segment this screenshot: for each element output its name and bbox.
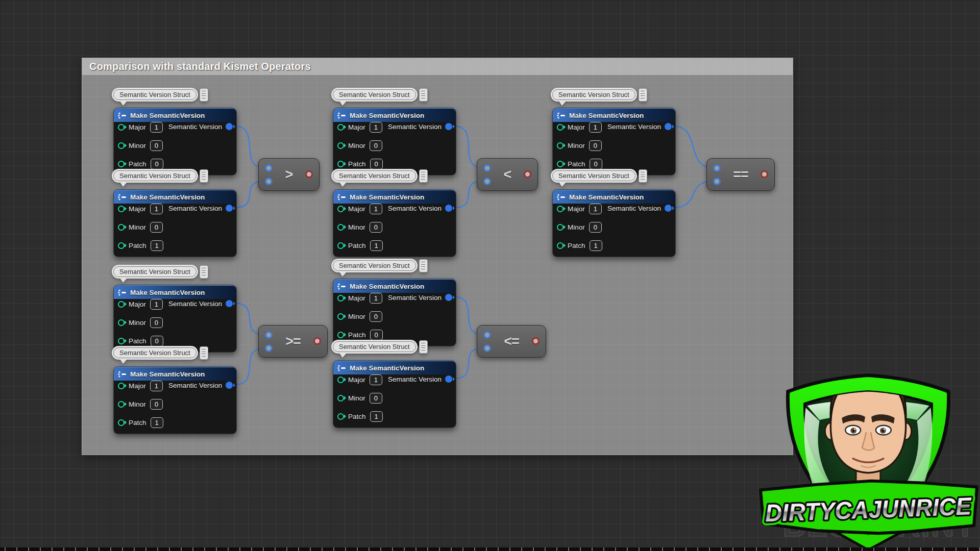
- make-semanticversion-node[interactable]: Make SemanticVersionMajor1Minor0Patch0Se…: [333, 279, 456, 346]
- bubble-pin-icon[interactable]: [639, 170, 647, 182]
- int-input-pin[interactable]: [337, 142, 344, 149]
- value-input[interactable]: 0: [370, 393, 382, 404]
- bubble-pin-icon[interactable]: [420, 170, 427, 182]
- value-input[interactable]: 0: [589, 222, 602, 233]
- comment-bubble[interactable]: Semantic Version Struct: [333, 259, 427, 272]
- int-input-pin[interactable]: [118, 224, 125, 231]
- int-input-pin[interactable]: [337, 395, 344, 402]
- value-input[interactable]: 0: [370, 222, 382, 233]
- value-input[interactable]: 1: [150, 299, 163, 310]
- struct-output-pin[interactable]: [226, 300, 233, 307]
- comment-bubble[interactable]: Semantic Version Struct: [113, 88, 208, 102]
- make-semanticversion-node[interactable]: Make SemanticVersionMajor1Minor0Patch1Se…: [333, 189, 456, 257]
- make-semanticversion-node[interactable]: Make SemanticVersionMajor1Minor0Patch0Se…: [113, 285, 237, 353]
- int-input-pin[interactable]: [557, 124, 564, 131]
- struct-output-pin[interactable]: [226, 382, 233, 389]
- int-input-pin[interactable]: [118, 142, 125, 149]
- operator-node-equal[interactable]: ==: [706, 158, 775, 191]
- bubble-pin-icon[interactable]: [200, 170, 208, 182]
- operator-node-greater[interactable]: >: [258, 158, 320, 191]
- comment-bubble[interactable]: Semantic Version Struct: [552, 88, 647, 102]
- struct-output-pin[interactable]: [445, 375, 452, 383]
- value-input[interactable]: 0: [150, 317, 163, 328]
- bubble-pin-icon[interactable]: [420, 341, 427, 353]
- value-input[interactable]: 0: [150, 399, 163, 410]
- value-input[interactable]: 0: [370, 140, 382, 151]
- int-input-pin[interactable]: [118, 383, 125, 389]
- value-input[interactable]: 1: [150, 204, 163, 214]
- comment-bubble[interactable]: Semantic Version Struct: [333, 340, 427, 354]
- value-input[interactable]: 0: [589, 140, 602, 151]
- comment-bubble[interactable]: Semantic Version Struct: [552, 169, 647, 183]
- value-input[interactable]: 0: [150, 140, 163, 151]
- int-input-pin[interactable]: [557, 161, 564, 167]
- value-input[interactable]: 0: [370, 159, 383, 169]
- make-semanticversion-node[interactable]: Make SemanticVersionMajor1Minor0Patch0Se…: [333, 108, 456, 176]
- struct-output-pin[interactable]: [665, 123, 672, 130]
- value-input[interactable]: 1: [370, 240, 383, 251]
- int-input-pin[interactable]: [337, 161, 344, 167]
- int-input-pin[interactable]: [337, 295, 344, 302]
- int-input-pin[interactable]: [337, 206, 344, 212]
- comment-bubble[interactable]: Semantic Version Struct: [113, 265, 208, 279]
- make-semanticversion-node[interactable]: Make SemanticVersionMajor1Minor0Patch1Se…: [113, 189, 237, 257]
- make-semanticversion-node[interactable]: Make SemanticVersionMajor1Minor0Patch0Se…: [552, 108, 676, 176]
- value-input[interactable]: 1: [370, 293, 382, 304]
- bubble-pin-icon[interactable]: [200, 347, 208, 359]
- comment-title-bar[interactable]: Comparison with standard Kismet Operator…: [82, 58, 793, 75]
- value-input[interactable]: 1: [589, 204, 602, 214]
- value-input[interactable]: 1: [370, 122, 382, 133]
- int-input-pin[interactable]: [337, 313, 344, 320]
- struct-output-pin[interactable]: [445, 205, 452, 212]
- struct-output-pin[interactable]: [226, 205, 233, 212]
- int-input-pin[interactable]: [337, 242, 344, 249]
- int-input-pin[interactable]: [118, 161, 125, 167]
- struct-output-pin[interactable]: [665, 205, 672, 212]
- bubble-pin-icon[interactable]: [420, 89, 427, 101]
- bubble-pin-icon[interactable]: [200, 89, 208, 101]
- struct-output-pin[interactable]: [445, 123, 452, 130]
- int-input-pin[interactable]: [118, 124, 125, 131]
- int-input-pin[interactable]: [557, 242, 564, 249]
- value-input[interactable]: 1: [151, 240, 163, 251]
- comment-bubble[interactable]: Semantic Version Struct: [113, 346, 208, 360]
- operator-node-greater-equal[interactable]: >=: [258, 325, 328, 358]
- value-input[interactable]: 0: [370, 311, 382, 322]
- bubble-pin-icon[interactable]: [200, 266, 208, 278]
- int-input-pin[interactable]: [557, 142, 564, 149]
- int-input-pin[interactable]: [118, 206, 125, 212]
- value-input[interactable]: 1: [590, 240, 602, 251]
- make-semanticversion-node[interactable]: Make SemanticVersionMajor1Minor0Patch0Se…: [113, 108, 237, 176]
- int-input-pin[interactable]: [118, 242, 125, 249]
- value-input[interactable]: 1: [151, 417, 163, 428]
- graph-canvas[interactable]: Comparison with standard Kismet Operator…: [0, 0, 980, 551]
- int-input-pin[interactable]: [557, 206, 564, 212]
- value-input[interactable]: 1: [150, 122, 163, 133]
- make-semanticversion-node[interactable]: Make SemanticVersionMajor1Minor0Patch1Se…: [552, 189, 676, 257]
- int-input-pin[interactable]: [118, 419, 125, 426]
- int-input-pin[interactable]: [337, 413, 344, 420]
- value-input[interactable]: 0: [370, 330, 383, 340]
- int-input-pin[interactable]: [337, 332, 344, 338]
- value-input[interactable]: 1: [370, 374, 382, 385]
- bubble-pin-icon[interactable]: [639, 89, 647, 101]
- make-semanticversion-node[interactable]: Make SemanticVersionMajor1Minor0Patch1Se…: [113, 366, 237, 434]
- make-semanticversion-node[interactable]: Make SemanticVersionMajor1Minor0Patch1Se…: [333, 360, 456, 428]
- value-input[interactable]: 1: [370, 411, 383, 422]
- int-input-pin[interactable]: [337, 124, 344, 131]
- value-input[interactable]: 1: [150, 381, 163, 391]
- value-input[interactable]: 1: [589, 122, 602, 133]
- comment-bubble[interactable]: Semantic Version Struct: [333, 88, 427, 102]
- comment-bubble[interactable]: Semantic Version Struct: [333, 169, 427, 183]
- value-input[interactable]: 0: [151, 159, 163, 169]
- value-input[interactable]: 0: [590, 159, 602, 169]
- int-input-pin[interactable]: [118, 401, 125, 408]
- int-input-pin[interactable]: [118, 319, 125, 326]
- value-input[interactable]: 0: [150, 222, 163, 233]
- int-input-pin[interactable]: [337, 377, 344, 383]
- value-input[interactable]: 0: [151, 336, 163, 346]
- int-input-pin[interactable]: [118, 301, 125, 308]
- value-input[interactable]: 1: [370, 204, 382, 214]
- operator-node-less-equal[interactable]: <=: [477, 325, 546, 358]
- bubble-pin-icon[interactable]: [420, 260, 427, 272]
